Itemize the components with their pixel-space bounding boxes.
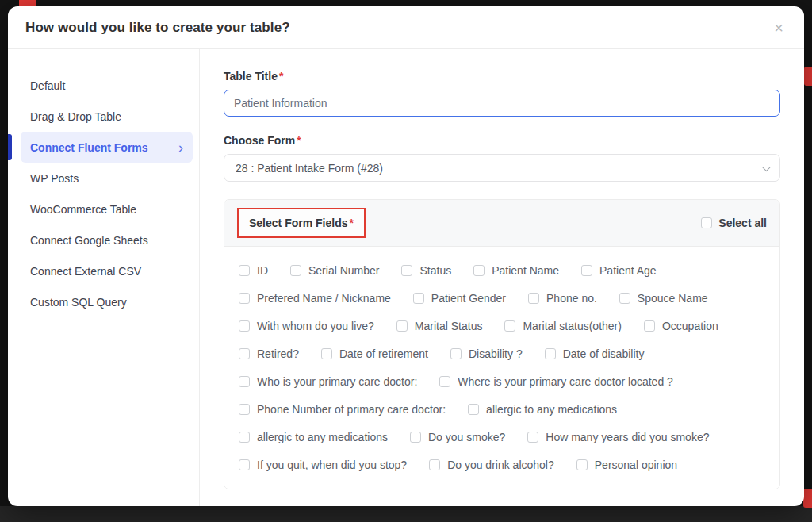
sidebar-item-label: Drag & Drop Table [30, 110, 121, 123]
field-option-label: Personal opinion [595, 459, 677, 471]
checkbox-icon[interactable] [239, 404, 250, 415]
checkbox-icon[interactable] [321, 348, 332, 359]
checkbox-icon[interactable] [545, 348, 556, 359]
checkbox-icon[interactable] [239, 348, 250, 359]
field-option-label: Date of retirement [339, 347, 428, 360]
field-option-label: If you quit, when did you stop? [257, 459, 407, 471]
form-field-option[interactable]: allergic to any medications [239, 431, 388, 443]
form-field-option[interactable]: Patient Gender [413, 292, 506, 305]
choose-form-label: Choose Form* [224, 134, 780, 147]
checkbox-icon[interactable] [528, 293, 539, 304]
form-field-option[interactable]: How many years did you smoke? [527, 431, 709, 443]
form-field-option[interactable]: Patient Name [473, 264, 559, 277]
form-field-option[interactable]: Where is your primary care doctor locate… [439, 375, 673, 388]
field-option-label: Prefered Name / Nickname [257, 292, 391, 305]
choose-form-select[interactable]: 28 : Patient Intake Form (#28) [224, 154, 780, 182]
sidebar-item-drag-drop-table[interactable]: Drag & Drop Table [21, 101, 193, 132]
form-field-option[interactable]: Patient Age [581, 264, 657, 277]
checkbox-icon[interactable] [239, 293, 250, 304]
select-all-option[interactable]: Select all [701, 217, 767, 229]
sidebar-item-connect-external-csv[interactable]: Connect External CSV [21, 255, 193, 286]
close-icon[interactable]: × [771, 17, 787, 39]
sidebar-item-connect-google-sheets[interactable]: Connect Google Sheets [21, 225, 193, 255]
checkbox-icon[interactable] [619, 293, 630, 304]
required-asterisk: * [349, 217, 353, 229]
checkbox-icon[interactable] [239, 432, 250, 443]
form-field-option[interactable]: Do you drink alcohol? [429, 459, 554, 471]
checkbox-icon[interactable] [468, 404, 479, 415]
field-option-label: ID [257, 264, 268, 277]
form-field-option[interactable]: allergic to any medications [468, 403, 617, 416]
field-option-label: Phone no. [546, 292, 597, 305]
checkbox-icon[interactable] [576, 459, 588, 470]
checkbox-icon[interactable] [410, 432, 421, 443]
checkbox-icon[interactable] [581, 265, 592, 276]
checkbox-icon[interactable] [396, 320, 408, 332]
sidebar-item-wp-posts[interactable]: WP Posts [21, 163, 193, 194]
background-red-accent-right-top [804, 67, 812, 86]
checkbox-icon[interactable] [239, 376, 250, 387]
checkbox-icon[interactable] [429, 459, 440, 470]
field-option-label: With whom do you live? [257, 320, 374, 332]
form-field-option[interactable]: Phone Number of primary care doctor: [239, 403, 446, 416]
form-field-option[interactable]: Phone no. [528, 292, 597, 305]
field-row: Prefered Name / NicknamePatient GenderPh… [239, 292, 765, 305]
field-option-label: Patient Name [492, 264, 559, 277]
form-field-option[interactable]: Date of retirement [321, 347, 428, 360]
table-title-input[interactable] [224, 90, 780, 117]
sidebar-item-custom-sql-query[interactable]: Custom SQL Query [21, 286, 193, 317]
select-form-fields-label: Select Form Fields [249, 217, 347, 229]
sidebar-item-woocommerce-table[interactable]: WooCommerce Table [21, 194, 193, 225]
checkbox-icon[interactable] [239, 265, 250, 276]
sidebar-item-connect-fluent-forms[interactable]: Connect Fluent Forms› [21, 132, 193, 163]
form-field-option[interactable]: Serial Number [290, 264, 379, 277]
main-content: Table Title* Choose Form* 28 : Patient I… [200, 49, 804, 506]
form-field-option[interactable]: Disability ? [450, 347, 523, 360]
checkbox-icon[interactable] [450, 348, 462, 359]
field-option-label: Where is your primary care doctor locate… [458, 375, 673, 388]
checkbox-icon[interactable] [644, 320, 655, 332]
form-field-option[interactable]: Marital status(other) [504, 320, 621, 332]
form-field-option[interactable]: Retired? [239, 347, 299, 360]
field-row: allergic to any medicationsDo you smoke?… [239, 431, 765, 443]
form-field-option[interactable]: Do you smoke? [410, 431, 505, 443]
chevron-right-icon: › [178, 140, 183, 155]
checkbox-icon[interactable] [290, 265, 301, 276]
form-field-option[interactable]: ID [239, 264, 268, 277]
form-field-option[interactable]: Personal opinion [576, 459, 677, 471]
checkbox-icon[interactable] [413, 293, 424, 304]
sidebar-item-default[interactable]: Default [21, 70, 193, 101]
table-title-label-text: Table Title [224, 70, 278, 83]
form-field-option[interactable]: Marital Status [396, 320, 483, 332]
field-option-label: Patient Age [599, 264, 657, 277]
modal-header: How would you like to create your table?… [8, 6, 804, 49]
field-option-label: Patient Gender [431, 292, 506, 305]
field-row: With whom do you live?Marital StatusMari… [239, 320, 765, 332]
table-title-label: Table Title* [224, 70, 780, 83]
checkbox-icon[interactable] [527, 432, 538, 443]
select-all-checkbox[interactable] [701, 217, 712, 228]
field-row: Phone Number of primary care doctor:alle… [239, 403, 765, 416]
modal-body: DefaultDrag & Drop TableConnect Fluent F… [8, 49, 804, 506]
form-field-option[interactable]: Status [401, 264, 451, 277]
checkbox-icon[interactable] [504, 320, 515, 332]
field-row: Who is your primary care doctor:Where is… [239, 375, 765, 388]
choose-form-label-text: Choose Form [224, 134, 295, 147]
checkbox-icon[interactable] [239, 320, 250, 332]
checkbox-icon[interactable] [439, 376, 450, 387]
checkbox-icon[interactable] [401, 265, 412, 276]
form-field-option[interactable]: If you quit, when did you stop? [239, 459, 407, 471]
form-field-option[interactable]: Occupation [644, 320, 718, 332]
form-field-option[interactable]: Date of disability [545, 347, 645, 360]
checkbox-icon[interactable] [239, 459, 250, 470]
field-option-label: Date of disability [563, 347, 645, 360]
field-option-label: Do you drink alcohol? [447, 459, 554, 471]
form-field-option[interactable]: With whom do you live? [239, 320, 374, 332]
form-field-option[interactable]: Spouce Name [619, 292, 708, 305]
form-field-option[interactable]: Prefered Name / Nickname [239, 292, 391, 305]
checkbox-icon[interactable] [473, 265, 485, 276]
backdrop-bottom-band [0, 506, 812, 522]
choose-form-group: Choose Form* 28 : Patient Intake Form (#… [224, 134, 780, 182]
form-field-option[interactable]: Who is your primary care doctor: [239, 375, 417, 388]
field-row: Retired?Date of retirementDisability ?Da… [239, 347, 765, 360]
